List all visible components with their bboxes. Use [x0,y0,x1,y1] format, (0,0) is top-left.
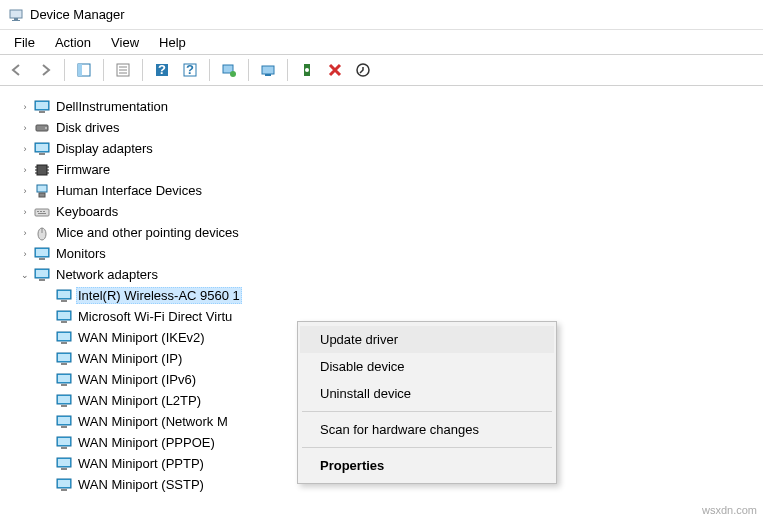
toolbar: ? ? [0,54,763,86]
expander-icon[interactable]: › [18,247,32,261]
svg-rect-67 [61,405,67,407]
category-icon [34,204,50,220]
tree-category[interactable]: ›Firmware [18,159,763,180]
svg-rect-78 [58,480,70,487]
device-label: Microsoft Wi-Fi Direct Virtu [76,308,234,325]
expander-spacer [40,331,54,345]
svg-point-14 [230,71,236,77]
svg-rect-58 [61,342,67,344]
toolbar-separator [248,59,249,81]
category-icon [34,162,50,178]
svg-text:?: ? [186,62,194,77]
expander-icon[interactable]: › [18,142,32,156]
context-menu-item[interactable]: Properties [300,452,554,479]
tree-category[interactable]: ›Display adapters [18,138,763,159]
toolbar-separator [142,59,143,81]
toolbar-separator [64,59,65,81]
expander-icon[interactable]: › [18,184,32,198]
tree-category[interactable]: ›Disk drives [18,117,763,138]
menu-file[interactable]: File [4,33,45,52]
device-label: WAN Miniport (IP) [76,350,184,367]
device-icon [56,414,72,430]
svg-rect-4 [78,64,82,76]
context-menu: Update driverDisable deviceUninstall dev… [297,321,557,484]
tree-category[interactable]: ›DellInstrumentation [18,96,763,117]
category-label: Network adapters [54,266,160,283]
device-icon [56,288,72,304]
svg-rect-72 [58,438,70,445]
expander-icon[interactable]: ⌄ [18,268,32,282]
category-label: Keyboards [54,203,120,220]
category-label: Mice and other pointing devices [54,224,241,241]
svg-rect-49 [39,279,45,281]
category-label: Monitors [54,245,108,262]
window-title: Device Manager [30,7,125,22]
svg-rect-15 [262,66,274,74]
svg-rect-39 [40,211,42,212]
tree-device[interactable]: Intel(R) Wireless-AC 9560 1 [40,285,763,306]
tree-category[interactable]: ›Human Interface Devices [18,180,763,201]
help-button[interactable]: ? [149,57,175,83]
svg-rect-63 [58,375,70,382]
expander-icon[interactable]: › [18,163,32,177]
svg-rect-70 [61,426,67,428]
forward-button[interactable] [32,57,58,83]
context-menu-item[interactable]: Scan for hardware changes [300,416,554,443]
svg-rect-22 [39,111,45,113]
back-button[interactable] [4,57,30,83]
category-icon [34,141,50,157]
context-menu-item[interactable]: Uninstall device [300,380,554,407]
context-menu-item[interactable]: Update driver [300,326,554,353]
category-label: Firmware [54,161,112,178]
device-icon [56,309,72,325]
tree-category[interactable]: ›Monitors [18,243,763,264]
title-bar: Device Manager [0,0,763,30]
uninstall-button[interactable] [294,57,320,83]
svg-rect-40 [43,211,45,212]
tree-category[interactable]: ›Keyboards [18,201,763,222]
category-icon [34,183,50,199]
expander-icon[interactable]: › [18,205,32,219]
svg-rect-2 [12,20,20,21]
tree-category[interactable]: ⌄Network adapters [18,264,763,285]
expander-spacer [40,352,54,366]
disable-button[interactable] [322,57,348,83]
svg-rect-48 [36,270,48,277]
scan-hardware-button[interactable] [216,57,242,83]
expander-spacer [40,289,54,303]
device-icon [56,372,72,388]
expander-icon[interactable]: › [18,121,32,135]
menu-view[interactable]: View [101,33,149,52]
category-label: DellInstrumentation [54,98,170,115]
device-label: WAN Miniport (SSTP) [76,476,206,493]
category-icon [34,120,50,136]
enable-button[interactable] [350,57,376,83]
menu-action[interactable]: Action [45,33,101,52]
expander-spacer [40,373,54,387]
svg-point-18 [305,68,309,72]
context-menu-item[interactable]: Disable device [300,353,554,380]
help-topics-button[interactable]: ? [177,57,203,83]
svg-rect-45 [36,249,48,256]
svg-rect-60 [58,354,70,361]
expander-icon[interactable]: › [18,226,32,240]
svg-rect-75 [58,459,70,466]
svg-rect-64 [61,384,67,386]
device-icon [56,351,72,367]
expander-spacer [40,415,54,429]
category-label: Disk drives [54,119,122,136]
show-hide-tree-button[interactable] [71,57,97,83]
svg-rect-51 [58,291,70,298]
svg-rect-41 [38,213,46,214]
properties-button[interactable] [110,57,136,83]
update-driver-button[interactable] [255,57,281,83]
expander-spacer [40,478,54,492]
device-label: WAN Miniport (IKEv2) [76,329,207,346]
tree-category[interactable]: ›Mice and other pointing devices [18,222,763,243]
menu-help[interactable]: Help [149,33,196,52]
toolbar-separator [287,59,288,81]
svg-text:?: ? [158,62,166,77]
device-label: WAN Miniport (L2TP) [76,392,203,409]
expander-icon[interactable]: › [18,100,32,114]
expander-spacer [40,394,54,408]
